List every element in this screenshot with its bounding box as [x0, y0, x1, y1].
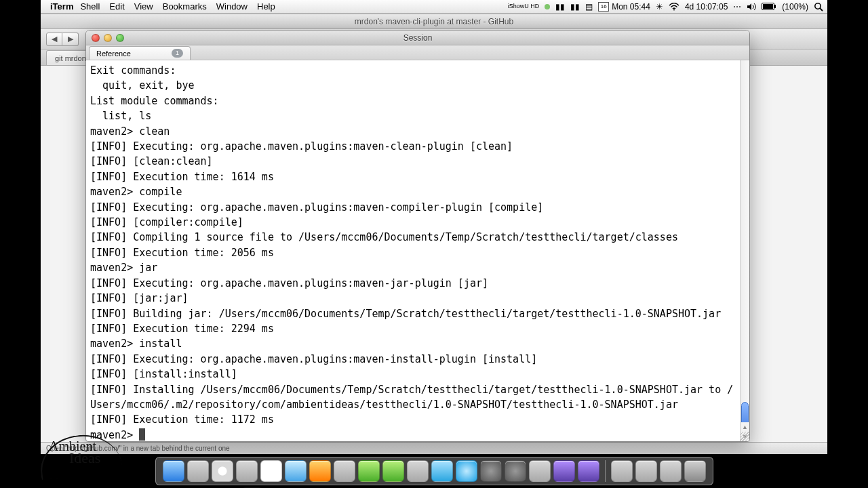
- calendar-menuextra[interactable]: 16 Mon 05:44: [598, 2, 650, 12]
- zoom-button[interactable]: [116, 34, 124, 42]
- dock-tray: [155, 457, 713, 485]
- terminal-tab[interactable]: Reference 1: [89, 46, 191, 60]
- dock-icon[interactable]: [407, 460, 429, 482]
- svg-point-0: [673, 9, 675, 10]
- svg-rect-2: [763, 4, 773, 9]
- dock: [41, 454, 827, 488]
- terminal-tab-label: Reference: [96, 47, 131, 60]
- weather-icon[interactable]: ☀︎: [656, 2, 663, 12]
- tab-badge: 1: [172, 49, 183, 58]
- close-button[interactable]: [92, 34, 100, 42]
- dock-icon[interactable]: [187, 460, 209, 482]
- menu-bookmarks[interactable]: Bookmarks: [163, 1, 207, 12]
- dock-icon[interactable]: [260, 460, 282, 482]
- dock-icon[interactable]: [163, 460, 184, 482]
- terminal-tabbar: Reference 1: [86, 45, 749, 60]
- dock-icon[interactable]: [611, 460, 633, 482]
- dock-icon[interactable]: [553, 460, 575, 482]
- wifi-icon[interactable]: [669, 3, 679, 11]
- scrollbar[interactable]: [740, 60, 749, 432]
- dock-icon[interactable]: [212, 460, 233, 482]
- scroll-up-button[interactable]: ▲: [740, 422, 749, 432]
- menuextra-icon[interactable]: ▮▮: [570, 2, 580, 12]
- dock-icon[interactable]: [635, 460, 657, 482]
- logo-text: Ideas: [42, 451, 100, 465]
- dock-icon[interactable]: [456, 460, 477, 482]
- clock-text: Mon 05:44: [612, 2, 650, 12]
- menuextra-icon[interactable]: ▤: [585, 2, 593, 12]
- status-dot-icon: [545, 4, 550, 9]
- dock-icon[interactable]: [334, 460, 355, 482]
- dock-icon[interactable]: [285, 460, 307, 482]
- terminal-title: Session: [86, 33, 749, 43]
- menu-window[interactable]: Window: [216, 1, 248, 12]
- svg-rect-3: [774, 5, 776, 8]
- app-name[interactable]: iTerm: [50, 1, 73, 12]
- terminal-titlebar[interactable]: Session: [86, 30, 749, 45]
- dock-icon[interactable]: [382, 460, 404, 482]
- forward-button[interactable]: ▶: [62, 33, 79, 46]
- dock-icon[interactable]: [309, 460, 331, 482]
- dock-icon[interactable]: [684, 460, 706, 482]
- dock-icon[interactable]: [358, 460, 380, 482]
- svg-point-4: [815, 3, 821, 8]
- battery-percent: (100%): [782, 2, 808, 12]
- recorder-indicator[interactable]: iShowU HD: [508, 3, 540, 9]
- resize-handle[interactable]: [740, 432, 749, 441]
- ambient-ideas-logo: Ambient Ideas: [42, 439, 100, 469]
- terminal-window: Session Reference 1 Exit commands: quit,…: [85, 30, 750, 442]
- dock-icon[interactable]: [505, 460, 526, 482]
- svg-line-5: [820, 8, 823, 11]
- dock-icon[interactable]: [480, 460, 502, 482]
- dock-icon[interactable]: [431, 460, 453, 482]
- battery-icon[interactable]: [762, 3, 776, 10]
- dock-icon[interactable]: [660, 460, 682, 482]
- dock-icon[interactable]: [529, 460, 551, 482]
- menu-view[interactable]: View: [134, 1, 153, 12]
- uptime-text: 4d 10:07:05: [685, 2, 728, 12]
- menu-help[interactable]: Help: [257, 1, 275, 12]
- sync-icon[interactable]: ⋯: [733, 2, 741, 12]
- cursor: [139, 428, 145, 441]
- menu-edit[interactable]: Edit: [109, 1, 124, 12]
- dock-icon[interactable]: [578, 460, 599, 482]
- dock-icon[interactable]: [236, 460, 258, 482]
- volume-icon[interactable]: [747, 3, 756, 11]
- macos-menubar: iTerm Shell Edit View Bookmarks Window H…: [41, 0, 827, 14]
- calendar-icon: 16: [598, 2, 609, 12]
- browser-title: mrdon's maven-cli-plugin at master - Git…: [41, 14, 827, 29]
- browser-statusbar: Open "http://github.com/" in a new tab b…: [41, 442, 827, 454]
- dock-separator: [605, 460, 606, 482]
- menu-shell[interactable]: Shell: [80, 1, 100, 12]
- spotlight-icon[interactable]: [814, 2, 823, 12]
- terminal-output[interactable]: Exit commands: quit, exit, bye List modu…: [86, 60, 740, 441]
- minimize-button[interactable]: [104, 34, 112, 42]
- menuextra-icon[interactable]: ▮▮: [555, 2, 565, 12]
- back-button[interactable]: ◀: [46, 33, 62, 46]
